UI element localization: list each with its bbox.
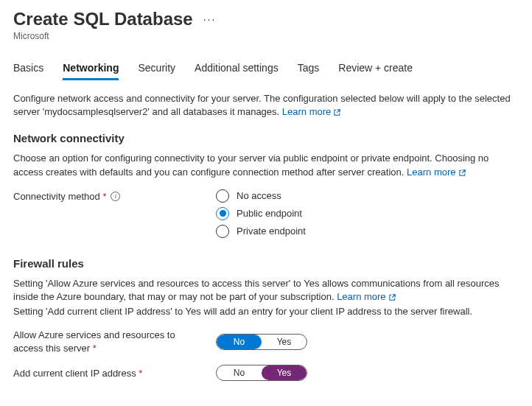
tab-security[interactable]: Security [138,62,175,80]
more-actions-button[interactable]: ··· [203,13,217,25]
external-link-icon [458,169,466,177]
network-connectivity-desc: Choose an option for configuring connect… [13,152,519,178]
tab-basics[interactable]: Basics [13,62,43,80]
radio-icon [216,225,229,238]
intro-learn-more-link[interactable]: Learn more [282,106,341,117]
add-client-ip-toggle[interactable]: No Yes [216,365,307,381]
radio-selected-icon [216,207,229,220]
toggle-option-yes[interactable]: Yes [262,335,307,349]
external-link-icon [333,108,341,116]
firewall-desc-2: Setting 'Add current client IP address' … [13,305,519,318]
networking-intro: Configure network access and connectivit… [13,92,519,119]
radio-public-endpoint[interactable]: Public endpoint [216,207,306,220]
tab-additional-settings[interactable]: Additional settings [195,62,279,80]
tab-tags[interactable]: Tags [298,62,320,80]
wizard-tabs: Basics Networking Security Additional se… [13,62,519,80]
firewall-learn-more-link[interactable]: Learn more [337,291,396,302]
info-icon[interactable]: i [111,192,120,201]
allow-azure-services-toggle[interactable]: No Yes [216,334,307,350]
add-client-ip-label: Add current client IP address * [13,367,216,380]
radio-icon [216,189,229,203]
firewall-rules-heading: Firewall rules [13,257,519,270]
tab-review-create[interactable]: Review + create [338,62,413,80]
network-connectivity-heading: Network connectivity [13,132,519,144]
toggle-option-yes[interactable]: Yes [262,365,307,380]
allow-azure-services-label: Allow Azure services and resources to ac… [13,329,216,354]
publisher-label: Microsoft [13,31,519,41]
connectivity-method-label: Connectivity method * i [13,189,216,202]
radio-no-access[interactable]: No access [216,189,306,203]
toggle-option-no[interactable]: No [217,335,262,349]
tab-networking[interactable]: Networking [63,62,119,80]
connectivity-method-radio-group: No access Public endpoint Private endpoi… [216,189,306,238]
toggle-option-no[interactable]: No [217,365,262,380]
page-title: Create SQL Database [13,9,193,29]
external-link-icon [388,293,396,301]
network-learn-more-link[interactable]: Learn more [407,167,466,178]
radio-private-endpoint[interactable]: Private endpoint [216,225,306,238]
firewall-desc-1: Setting 'Allow Azure services and resour… [13,277,519,304]
